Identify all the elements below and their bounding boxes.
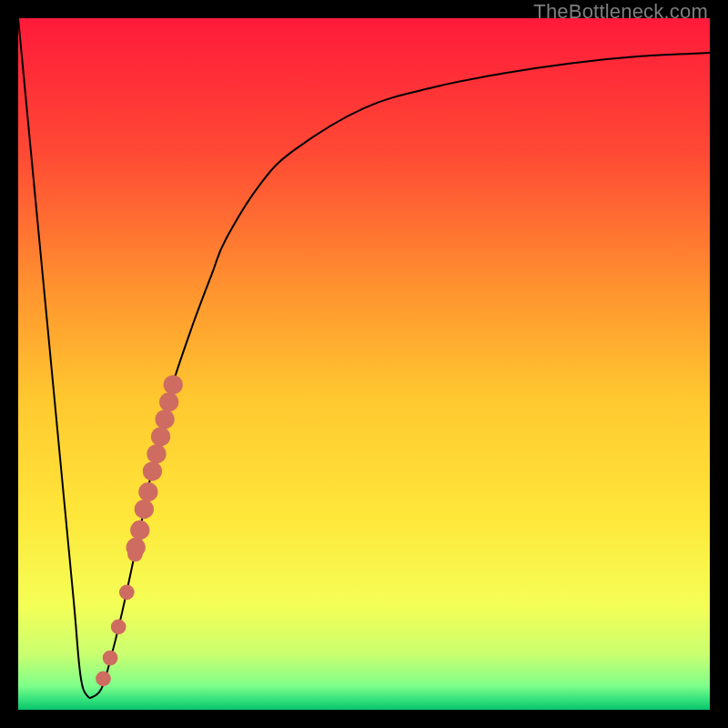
data-marker	[151, 427, 170, 446]
data-marker	[155, 410, 174, 429]
data-marker	[147, 444, 166, 463]
curve-layer	[18, 18, 710, 710]
data-marker	[130, 521, 149, 540]
data-marker	[103, 651, 118, 666]
marker-group	[96, 375, 183, 686]
plot-area	[18, 18, 710, 710]
data-marker	[126, 538, 146, 557]
data-marker	[119, 584, 135, 600]
data-marker	[143, 461, 162, 480]
chart-frame: TheBottleneck.com	[0, 0, 728, 728]
data-marker	[96, 671, 111, 686]
data-marker	[111, 619, 126, 634]
data-marker	[138, 482, 157, 501]
data-marker	[164, 375, 183, 394]
watermark-text: TheBottleneck.com	[533, 0, 708, 24]
data-marker	[159, 392, 178, 411]
data-marker	[135, 500, 154, 519]
